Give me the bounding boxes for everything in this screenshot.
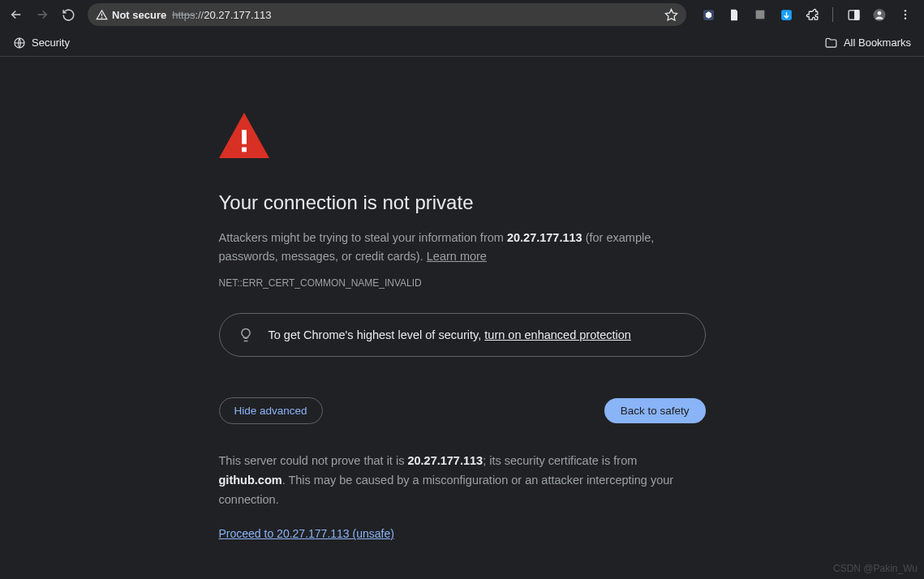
bookmark-item-security[interactable]: Security (8, 33, 75, 53)
bookmark-bar: Security All Bookmarks (0, 29, 924, 57)
profile-icon[interactable] (872, 7, 887, 22)
extension-icon-2[interactable] (727, 7, 741, 22)
extension-icon-3[interactable] (753, 7, 767, 22)
warning-message: Attackers might be trying to steal your … (219, 229, 706, 266)
forward-button[interactable] (31, 3, 54, 26)
extension-icons (694, 7, 919, 22)
svg-rect-15 (242, 148, 247, 152)
reload-button[interactable] (57, 3, 80, 26)
bookmark-label: Security (32, 36, 70, 49)
side-panel-icon[interactable] (846, 7, 861, 22)
toolbar-divider (832, 7, 833, 22)
ssl-interstitial: Your connection is not private Attackers… (219, 112, 706, 541)
globe-icon (13, 36, 26, 49)
extension-icon-1[interactable] (701, 7, 716, 22)
page-content: Your connection is not private Attackers… (0, 57, 924, 541)
browser-toolbar: Not secure https://20.27.177.113 (0, 0, 924, 29)
button-row: Hide advanced Back to safety (219, 397, 706, 424)
svg-rect-7 (854, 10, 858, 19)
warning-icon (219, 112, 706, 159)
back-to-safety-button[interactable]: Back to safety (604, 398, 706, 423)
extensions-puzzle-icon[interactable] (805, 7, 819, 22)
kebab-menu-icon[interactable] (898, 7, 913, 22)
proceed-unsafe-link[interactable]: Proceed to 20.27.177.113 (unsafe) (219, 527, 394, 540)
address-bar[interactable]: Not secure https://20.27.177.113 (88, 3, 686, 26)
svg-point-10 (905, 10, 906, 11)
enhanced-protection-link[interactable]: turn on enhanced protection (484, 328, 631, 341)
learn-more-link[interactable]: Learn more (427, 250, 487, 263)
enhanced-protection-promo: To get Chrome's highest level of securit… (219, 313, 706, 357)
page-title: Your connection is not private (219, 191, 706, 214)
svg-point-1 (101, 17, 102, 18)
advanced-explanation: This server could not prove that it is 2… (219, 452, 706, 510)
all-bookmarks-label: All Bookmarks (844, 36, 911, 49)
not-secure-chip[interactable]: Not secure (96, 9, 166, 21)
watermark: CSDN @Pakin_Wu (833, 563, 918, 574)
error-code: NET::ERR_CERT_COMMON_NAME_INVALID (219, 277, 706, 289)
folder-icon (824, 36, 838, 49)
bookmark-star-icon[interactable] (664, 8, 678, 22)
hide-advanced-button[interactable]: Hide advanced (219, 397, 323, 424)
url-text: https://20.27.177.113 (172, 9, 659, 21)
lightbulb-icon (238, 327, 254, 343)
svg-rect-3 (756, 11, 765, 19)
svg-point-9 (878, 11, 882, 15)
back-button[interactable] (5, 3, 28, 26)
extension-icon-4[interactable] (779, 7, 793, 22)
svg-rect-14 (242, 130, 247, 144)
not-secure-label: Not secure (112, 9, 166, 21)
svg-point-12 (905, 17, 906, 19)
warning-triangle-icon (96, 9, 108, 21)
svg-point-11 (905, 14, 906, 15)
all-bookmarks-button[interactable]: All Bookmarks (819, 32, 916, 53)
